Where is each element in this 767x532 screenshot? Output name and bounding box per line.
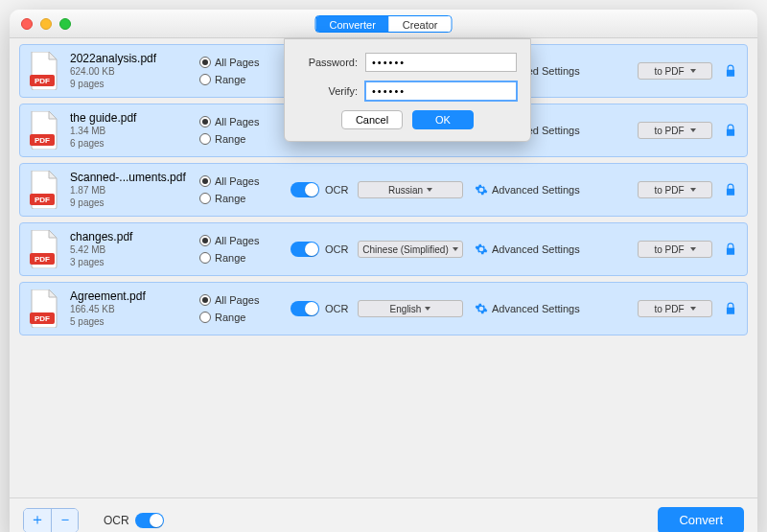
verify-field[interactable] xyxy=(365,81,517,101)
radio-range[interactable]: Range xyxy=(199,252,291,264)
radio-icon xyxy=(199,175,211,187)
advanced-settings[interactable]: Advanced Settings xyxy=(492,184,597,196)
global-ocr: OCR xyxy=(104,513,164,528)
lock-icon[interactable] xyxy=(724,183,737,197)
ocr-label: OCR xyxy=(325,303,348,314)
password-field[interactable] xyxy=(365,53,517,72)
radio-icon xyxy=(199,252,211,264)
advanced-settings[interactable]: Advanced Settings xyxy=(492,243,597,255)
svg-text:PDF: PDF xyxy=(35,255,50,264)
radio-all-pages[interactable]: All Pages xyxy=(199,175,291,187)
radio-all-pages[interactable]: All Pages xyxy=(199,294,291,306)
radio-icon xyxy=(199,57,211,68)
file-info: 2022analysis.pdf 624.00 KB 9 pages xyxy=(70,52,199,90)
language-select[interactable]: Chinese (Simplified) xyxy=(358,241,463,258)
radio-icon xyxy=(199,235,211,246)
radio-icon xyxy=(199,133,211,145)
radio-icon xyxy=(199,116,211,127)
format-select[interactable]: to PDF xyxy=(638,122,712,139)
format-select[interactable]: to PDF xyxy=(638,181,712,198)
ocr-toggle[interactable] xyxy=(291,182,319,197)
radio-range[interactable]: Range xyxy=(199,193,291,204)
file-name: the guide.pdf xyxy=(70,111,199,125)
ocr-label: OCR xyxy=(104,514,129,527)
radio-all-pages[interactable]: All Pages xyxy=(199,116,291,127)
file-name: Scanned-...uments.pdf xyxy=(70,171,199,184)
file-size: 1.87 MB xyxy=(70,184,199,197)
svg-text:PDF: PDF xyxy=(35,196,50,204)
format-select[interactable]: to PDF xyxy=(638,241,712,258)
table-row[interactable]: PDF Agreement.pdf 166.45 KB 5 pages All … xyxy=(19,282,748,335)
ocr-toggle[interactable] xyxy=(291,301,319,316)
remove-button[interactable]: － xyxy=(51,509,78,532)
lock-icon[interactable] xyxy=(724,302,737,315)
language-select[interactable]: English xyxy=(358,300,463,317)
lock-icon[interactable] xyxy=(724,124,737,137)
gear-icon xyxy=(475,243,488,256)
ok-button[interactable]: OK xyxy=(412,110,474,129)
titlebar: Converter Creator xyxy=(10,10,757,38)
radio-all-pages[interactable]: All Pages xyxy=(199,57,291,68)
verify-label: Verify: xyxy=(298,85,358,97)
gear-icon xyxy=(475,183,488,197)
file-pages: 9 pages xyxy=(70,197,199,209)
file-info: Agreement.pdf 166.45 KB 5 pages xyxy=(70,289,199,328)
radio-range[interactable]: Range xyxy=(199,74,291,85)
close-icon[interactable] xyxy=(21,18,33,30)
pdf-icon: PDF xyxy=(30,289,58,328)
advanced-settings[interactable]: Advanced Settings xyxy=(492,303,597,314)
lock-icon[interactable] xyxy=(724,64,737,78)
file-name: changes.pdf xyxy=(70,230,199,243)
file-pages: 6 pages xyxy=(70,137,199,150)
ocr-toggle-group: OCR xyxy=(291,182,358,197)
file-info: Scanned-...uments.pdf 1.87 MB 9 pages xyxy=(70,171,199,209)
tab-converter[interactable]: Converter xyxy=(316,16,389,32)
app-window: Converter Creator PDF 2022analysis.pdf 6… xyxy=(10,10,757,532)
pdf-icon: PDF xyxy=(30,52,58,90)
pdf-icon: PDF xyxy=(30,230,58,268)
language-select[interactable]: Russian xyxy=(358,181,463,198)
file-name: Agreement.pdf xyxy=(70,289,199,303)
minimize-icon[interactable] xyxy=(40,18,52,30)
table-row[interactable]: PDF changes.pdf 5.42 MB 3 pages All Page… xyxy=(19,222,748,276)
page-range: All Pages Range xyxy=(199,116,291,145)
radio-range[interactable]: Range xyxy=(199,133,291,145)
window-controls xyxy=(21,18,71,30)
pdf-icon: PDF xyxy=(30,171,58,209)
file-size: 1.34 MB xyxy=(70,125,199,137)
radio-icon xyxy=(199,294,211,306)
global-ocr-toggle[interactable] xyxy=(135,513,164,528)
radio-icon xyxy=(199,74,211,85)
ocr-toggle[interactable] xyxy=(291,242,319,257)
file-pages: 5 pages xyxy=(70,315,199,328)
footer: ＋ － OCR Convert xyxy=(10,497,757,532)
format-select[interactable]: to PDF xyxy=(638,62,712,80)
lock-icon[interactable] xyxy=(724,243,737,256)
zoom-icon[interactable] xyxy=(59,18,71,30)
convert-button[interactable]: Convert xyxy=(658,507,744,533)
file-size: 5.42 MB xyxy=(70,243,199,256)
format-select[interactable]: to PDF xyxy=(638,300,712,317)
file-info: changes.pdf 5.42 MB 3 pages xyxy=(70,230,199,268)
page-range: All Pages Range xyxy=(199,294,291,323)
radio-icon xyxy=(199,193,211,204)
svg-text:PDF: PDF xyxy=(35,314,50,323)
ocr-label: OCR xyxy=(325,243,348,255)
table-row[interactable]: PDF Scanned-...uments.pdf 1.87 MB 9 page… xyxy=(19,163,748,217)
password-label: Password: xyxy=(298,57,358,68)
file-pages: 3 pages xyxy=(70,256,199,268)
tab-creator[interactable]: Creator xyxy=(389,16,452,32)
radio-range[interactable]: Range xyxy=(199,312,291,323)
radio-all-pages[interactable]: All Pages xyxy=(199,235,291,246)
gear-icon xyxy=(475,302,488,315)
page-range: All Pages Range xyxy=(199,235,291,264)
add-remove-group: ＋ － xyxy=(23,508,79,533)
file-size: 166.45 KB xyxy=(70,303,199,315)
svg-text:PDF: PDF xyxy=(35,136,50,145)
file-name: 2022analysis.pdf xyxy=(70,52,199,65)
cancel-button[interactable]: Cancel xyxy=(341,110,403,129)
add-button[interactable]: ＋ xyxy=(24,509,51,532)
radio-icon xyxy=(199,312,211,323)
file-size: 624.00 KB xyxy=(70,65,199,78)
svg-text:PDF: PDF xyxy=(35,77,50,85)
